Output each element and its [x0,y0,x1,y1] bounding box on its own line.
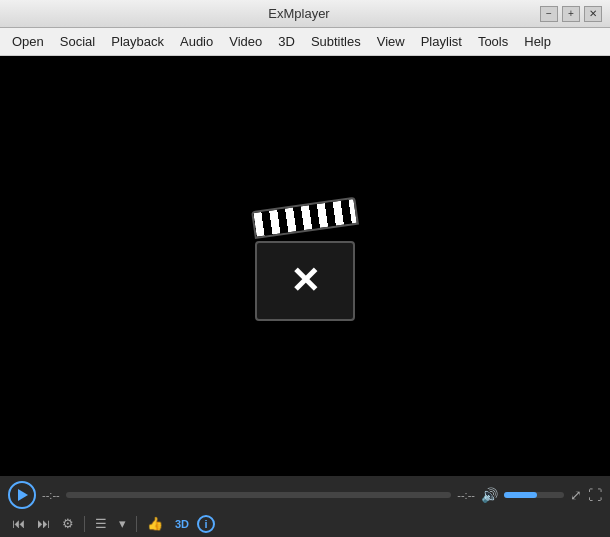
menu-item-video[interactable]: Video [221,30,270,53]
thumbs-up-icon: 👍 [147,516,163,531]
equalizer-icon: ⚙ [62,516,74,531]
time-current: --:-- [42,489,60,501]
thumbs-up-button[interactable]: 👍 [143,514,167,533]
menu-bar: OpenSocialPlaybackAudioVideo3DSubtitlesV… [0,28,610,56]
info-label: i [205,518,208,530]
btn-row: ⏮ ⏭ ⚙ ☰ ▾ 👍 3D i [8,514,602,533]
clapper-top [251,197,359,239]
time-total: --:-- [457,489,475,501]
playlist-button[interactable]: ☰ [91,514,111,533]
3d-label: 3D [175,518,189,530]
fullscreen-icon[interactable]: ⛶ [588,487,602,503]
controls-area: --:-- --:-- 🔊 ⤢ ⛶ ⏮ ⏭ ⚙ ☰ ▾ 👍 [0,476,610,537]
separator [84,516,85,532]
menu-item-playlist[interactable]: Playlist [413,30,470,53]
expand-icon[interactable]: ⤢ [570,487,582,503]
playlist-dropdown-button[interactable]: ▾ [115,514,130,533]
seek-row: --:-- --:-- 🔊 ⤢ ⛶ [8,481,602,509]
menu-item-3d[interactable]: 3D [270,30,303,53]
play-button[interactable] [8,481,36,509]
window-title: ExMplayer [58,6,540,21]
title-bar: ExMplayer − + ✕ [0,0,610,28]
clapper-body: ✕ [255,241,355,321]
equalizer-button[interactable]: ⚙ [58,514,78,533]
chevron-down-icon: ▾ [119,516,126,531]
prev-button[interactable]: ⏮ [8,514,29,533]
menu-item-subtitles[interactable]: Subtitles [303,30,369,53]
play-icon [18,489,28,501]
clapper-stripes [253,199,356,237]
menu-item-playback[interactable]: Playback [103,30,172,53]
clapper-x-icon: ✕ [290,260,320,302]
video-area: ✕ [0,56,610,476]
seek-bar[interactable] [66,492,452,498]
close-button[interactable]: ✕ [584,6,602,22]
minimize-button[interactable]: − [540,6,558,22]
app-logo: ✕ [250,211,360,321]
3d-button[interactable]: 3D [171,516,193,532]
next-icon: ⏭ [37,516,50,531]
maximize-button[interactable]: + [562,6,580,22]
next-button[interactable]: ⏭ [33,514,54,533]
volume-bar-fill [504,492,537,498]
separator-2 [136,516,137,532]
menu-item-social[interactable]: Social [52,30,103,53]
info-button[interactable]: i [197,515,215,533]
prev-icon: ⏮ [12,516,25,531]
volume-bar[interactable] [504,492,564,498]
menu-item-help[interactable]: Help [516,30,559,53]
menu-item-tools[interactable]: Tools [470,30,516,53]
menu-item-view[interactable]: View [369,30,413,53]
title-controls: − + ✕ [540,6,602,22]
playlist-icon: ☰ [95,516,107,531]
menu-item-open[interactable]: Open [4,30,52,53]
menu-item-audio[interactable]: Audio [172,30,221,53]
volume-icon[interactable]: 🔊 [481,487,498,503]
